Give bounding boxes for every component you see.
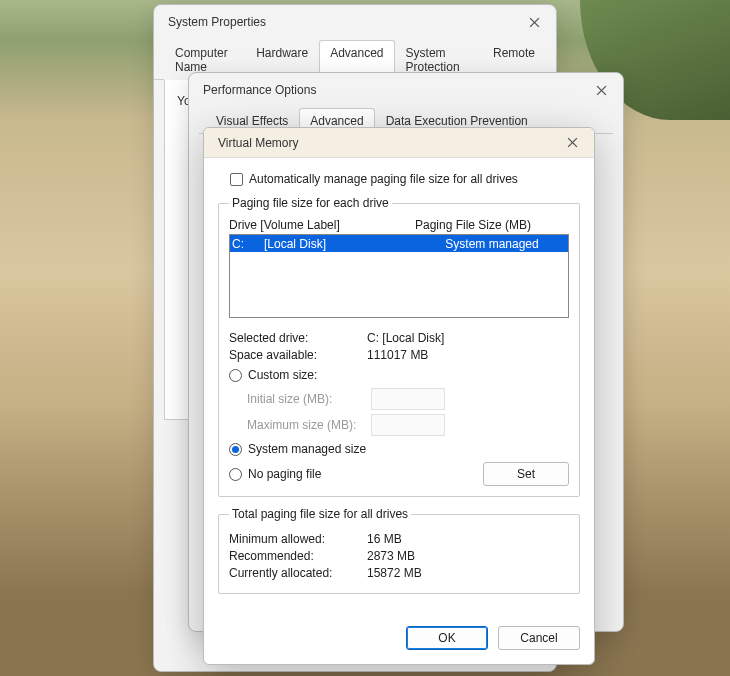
current-allocated-value: 15872 MB — [367, 566, 422, 580]
no-paging-radio[interactable] — [229, 468, 242, 481]
paging-per-drive-legend: Paging file size for each drive — [229, 196, 392, 210]
no-paging-label: No paging file — [248, 467, 321, 481]
recommended-label: Recommended: — [229, 549, 367, 563]
total-paging-group: Total paging file size for all drives Mi… — [218, 507, 580, 594]
current-allocated-label: Currently allocated: — [229, 566, 367, 580]
paging-per-drive-group: Paging file size for each drive Drive [V… — [218, 196, 580, 497]
virtual-memory-body: Automatically manage paging file size fo… — [204, 158, 594, 616]
initial-size-label: Initial size (MB): — [247, 392, 371, 406]
auto-manage-label: Automatically manage paging file size fo… — [249, 172, 518, 186]
system-managed-radio-row[interactable]: System managed size — [229, 442, 569, 456]
custom-size-radio-row[interactable]: Custom size: — [229, 368, 569, 382]
auto-manage-row[interactable]: Automatically manage paging file size fo… — [230, 172, 580, 186]
space-available-label: Space available: — [229, 348, 367, 362]
system-properties-titlebar: System Properties — [154, 5, 556, 39]
maximum-size-row: Maximum size (MB): — [247, 414, 569, 436]
space-available-value: 111017 MB — [367, 348, 428, 362]
drive-list[interactable]: C: [Local Disk] System managed — [229, 234, 569, 318]
selected-drive-value: C: [Local Disk] — [367, 331, 444, 345]
auto-manage-checkbox[interactable] — [230, 173, 243, 186]
performance-options-title: Performance Options — [203, 83, 316, 97]
space-available-row: Space available: 111017 MB — [229, 348, 569, 362]
system-properties-title: System Properties — [168, 15, 266, 29]
virtual-memory-dialog: Virtual Memory Automatically manage pagi… — [203, 127, 595, 665]
drive-label: [Local Disk] — [264, 237, 416, 251]
virtual-memory-buttons: OK Cancel — [204, 616, 594, 664]
min-allowed-row: Minimum allowed: 16 MB — [229, 532, 569, 546]
current-allocated-row: Currently allocated: 15872 MB — [229, 566, 569, 580]
set-button[interactable]: Set — [483, 462, 569, 486]
maximum-size-label: Maximum size (MB): — [247, 418, 371, 432]
no-paging-radio-row[interactable]: No paging file — [229, 467, 321, 481]
cancel-button[interactable]: Cancel — [498, 626, 580, 650]
recommended-row: Recommended: 2873 MB — [229, 549, 569, 563]
virtual-memory-title: Virtual Memory — [218, 136, 298, 150]
close-icon[interactable] — [520, 8, 548, 36]
drive-list-header: Drive [Volume Label] Paging File Size (M… — [229, 218, 569, 232]
min-allowed-value: 16 MB — [367, 532, 402, 546]
min-allowed-label: Minimum allowed: — [229, 532, 367, 546]
recommended-value: 2873 MB — [367, 549, 415, 563]
initial-size-row: Initial size (MB): — [247, 388, 569, 410]
selected-drive-row: Selected drive: C: [Local Disk] — [229, 331, 569, 345]
ok-button[interactable]: OK — [406, 626, 488, 650]
custom-size-label: Custom size: — [248, 368, 317, 382]
total-paging-legend: Total paging file size for all drives — [229, 507, 411, 521]
initial-size-input — [371, 388, 445, 410]
custom-size-radio[interactable] — [229, 369, 242, 382]
close-icon[interactable] — [587, 76, 615, 104]
drive-paging-size: System managed — [416, 237, 568, 251]
selected-drive-label: Selected drive: — [229, 331, 367, 345]
drive-letter: C: — [230, 237, 264, 251]
drive-row-selected[interactable]: C: [Local Disk] System managed — [230, 235, 568, 252]
drive-header-col2: Paging File Size (MB) — [415, 218, 531, 232]
virtual-memory-titlebar: Virtual Memory — [204, 128, 594, 158]
system-managed-label: System managed size — [248, 442, 366, 456]
drive-header-col1: Drive [Volume Label] — [229, 218, 415, 232]
performance-options-titlebar: Performance Options — [189, 73, 623, 107]
maximum-size-input — [371, 414, 445, 436]
close-icon[interactable] — [558, 129, 586, 157]
system-managed-radio[interactable] — [229, 443, 242, 456]
